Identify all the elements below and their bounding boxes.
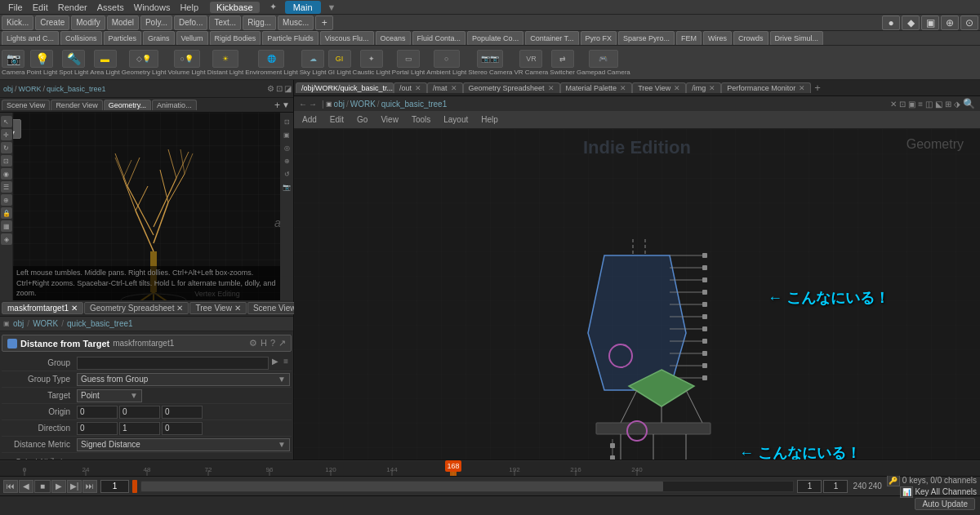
vp-right-icon-4[interactable]: ⊕ xyxy=(281,155,292,166)
toolbar-gamepadcam[interactable]: 🎮 Gamepad Camera xyxy=(577,50,630,76)
transport-skip-start[interactable]: ⏮ xyxy=(3,480,18,493)
toolbar-modify[interactable]: Modify xyxy=(71,16,105,30)
toolbar-switcher[interactable]: ⇄ Switcher xyxy=(550,50,575,76)
right-tab-matpalette[interactable]: Material Palette ✕ xyxy=(560,82,633,93)
start-frame-input[interactable]: 1 xyxy=(797,480,822,493)
transport-prev-frame[interactable]: ◀ xyxy=(19,480,33,493)
vp-tool-8[interactable]: 🔒 xyxy=(1,207,12,219)
toolbar-oceans[interactable]: Oceans xyxy=(376,31,411,46)
right-icon-3[interactable]: ▣ xyxy=(908,100,915,109)
prop-dropdown-grouptype[interactable]: Guess from Group ▼ xyxy=(77,373,290,386)
right-icon-7[interactable]: ⊞ xyxy=(945,100,951,109)
right-bc-work[interactable]: WORK xyxy=(350,100,376,109)
vp-tool-2[interactable]: ✛ xyxy=(1,129,12,140)
toolbar-drive[interactable]: Drive Simul... xyxy=(770,31,824,46)
right-icon-8[interactable]: ⬗ xyxy=(954,100,960,109)
toolbar-arealight[interactable]: ▬ Area Light xyxy=(90,50,119,76)
vp-path-tree[interactable]: quick_basic_tree1 xyxy=(47,85,106,93)
toolbar-icon-3[interactable]: ▣ xyxy=(921,16,939,30)
right-tab-obj[interactable]: /obj/WORK/quick_basic_tr... ✕ xyxy=(296,82,394,93)
vp-tool-9[interactable]: ▦ xyxy=(1,220,12,232)
prop-path-obj[interactable]: obj xyxy=(13,319,24,328)
vp-icon-2[interactable]: ⊡ xyxy=(276,84,283,93)
toolbar-causticlight[interactable]: ✦ Caustic Light xyxy=(353,50,390,76)
node-toolbar-add[interactable]: Add xyxy=(299,113,320,126)
toolbar-rigg[interactable]: Rigg... xyxy=(243,16,276,30)
right-icon-4[interactable]: ≡ xyxy=(918,100,923,109)
toolbar-container[interactable]: Container T... xyxy=(525,31,578,46)
toolbar-icon-5[interactable]: ⊙ xyxy=(960,16,978,30)
node-graph-canvas[interactable]: Indie Edition Geometry xyxy=(294,129,980,460)
toolbar-particlefluids[interactable]: Particle Fluids xyxy=(262,31,318,46)
range-start-marker[interactable] xyxy=(132,480,137,493)
vp-tool-select[interactable]: ↖ xyxy=(1,116,12,127)
vp-icon-3[interactable]: ◪ xyxy=(284,84,292,93)
prop-group-menu[interactable]: ≡ xyxy=(282,357,290,370)
menu-windows[interactable]: Windows xyxy=(129,2,176,12)
toolbar-grains[interactable]: Grains xyxy=(143,31,175,46)
vp-right-icon-2[interactable]: ▣ xyxy=(281,129,292,140)
toolbar-fem[interactable]: FEM xyxy=(676,31,702,46)
tab-menu-btn[interactable]: ▼ xyxy=(282,100,290,109)
toolbar-sparse[interactable]: Sparse Pyro... xyxy=(618,31,675,46)
right-tab-img[interactable]: /img ✕ xyxy=(686,82,721,93)
tab-geometry[interactable]: Geometry... xyxy=(104,100,151,110)
vp-tool-10[interactable]: ◈ xyxy=(1,233,12,245)
right-tab-geosheet[interactable]: Geometry Spreadsheet ✕ xyxy=(463,82,560,93)
toolbar-icon-4[interactable]: ⊕ xyxy=(941,16,959,30)
transport-stop[interactable]: ■ xyxy=(34,480,51,493)
node-toolbar-go[interactable]: Go xyxy=(354,113,371,126)
nocam-dropdown[interactable]: No cam▼ xyxy=(13,119,21,139)
toolbar-vrcam[interactable]: VR VR Camera xyxy=(514,50,549,76)
menu-render[interactable]: Render xyxy=(53,2,92,12)
prop-input-origin-z[interactable]: 0 xyxy=(162,406,203,419)
toolbar-viscous[interactable]: Viscous Flu... xyxy=(320,31,374,46)
right-tab-out[interactable]: /out ✕ xyxy=(394,82,427,93)
toolbar-crowds[interactable]: Crowds xyxy=(733,31,768,46)
toolbar-fluid[interactable]: Fluid Conta... xyxy=(412,31,466,46)
toolbar-ambientlight[interactable]: ○ Ambient Light xyxy=(426,50,466,76)
vp-tool-6[interactable]: ☰ xyxy=(1,181,12,193)
vp-tool-7[interactable]: ⊕ xyxy=(1,194,12,206)
prop-tab-close[interactable]: ✕ xyxy=(71,304,78,313)
prop-input-dir-z[interactable]: 0 xyxy=(162,422,203,435)
transport-next-frame[interactable]: ▶| xyxy=(67,480,82,493)
right-nav-fwd[interactable]: → xyxy=(309,100,317,109)
menu-help[interactable]: Help xyxy=(175,2,203,12)
toolbar-text[interactable]: Text... xyxy=(209,16,241,30)
timeline-scrollbar[interactable] xyxy=(140,481,794,492)
vp-path-work[interactable]: WORK xyxy=(19,85,42,93)
vp-icon-1[interactable]: ⚙ xyxy=(267,84,274,93)
toolbar-icon-2[interactable]: ◆ xyxy=(902,16,920,30)
right-bc-tree[interactable]: quick_basic_tree1 xyxy=(381,100,448,109)
menu-edit[interactable]: Edit xyxy=(28,2,53,12)
right-icon-2[interactable]: ⊡ xyxy=(899,100,906,109)
prop-dropdown-distancemetric[interactable]: Signed Distance ▼ xyxy=(77,438,290,451)
current-frame-input[interactable]: 1 xyxy=(100,480,129,493)
toolbar-distantlight[interactable]: ☀ Distant Light xyxy=(207,50,243,76)
prop-tab-maskfromtarget[interactable]: maskfromtarget1 ✕ xyxy=(2,302,83,314)
prop-dropdown-target[interactable]: Point ▼ xyxy=(77,389,142,402)
node-toolbar-tools[interactable]: Tools xyxy=(408,113,434,126)
transport-skip-end[interactable]: ⏭ xyxy=(82,480,97,493)
right-icon-5[interactable]: ◫ xyxy=(925,100,933,109)
node-toolbar-help[interactable]: Help xyxy=(478,113,501,126)
toolbar-create[interactable]: Create xyxy=(35,16,69,30)
prop-tab-treeview[interactable]: Tree View ✕ xyxy=(189,302,246,314)
node-action-expand[interactable]: ↗ xyxy=(278,338,286,349)
toolbar-gilight[interactable]: GI GI Light xyxy=(328,50,351,76)
prop-path-tree[interactable]: quick_basic_tree1 xyxy=(67,319,133,328)
prop-tab-tree-close[interactable]: ✕ xyxy=(234,304,241,313)
right-tab-add[interactable]: + xyxy=(811,82,824,94)
vp-path-obj[interactable]: obj xyxy=(3,85,13,93)
end-frame-input[interactable]: 1 xyxy=(823,480,848,493)
toolbar-geolight[interactable]: ◇💡 Geometry Light xyxy=(122,50,167,76)
right-bc-obj[interactable]: obj xyxy=(334,100,345,109)
toolbar-poly[interactable]: Poly... xyxy=(140,16,172,30)
vp-tool-4[interactable]: ⊡ xyxy=(1,155,12,166)
tab-renderview[interactable]: Render View xyxy=(51,100,102,110)
toolbar-model[interactable]: Model xyxy=(107,16,139,30)
prop-path-work[interactable]: WORK xyxy=(33,319,58,328)
toolbar-populate[interactable]: Populate Co... xyxy=(467,31,523,46)
prop-input-dir-x[interactable]: 0 xyxy=(77,422,118,435)
